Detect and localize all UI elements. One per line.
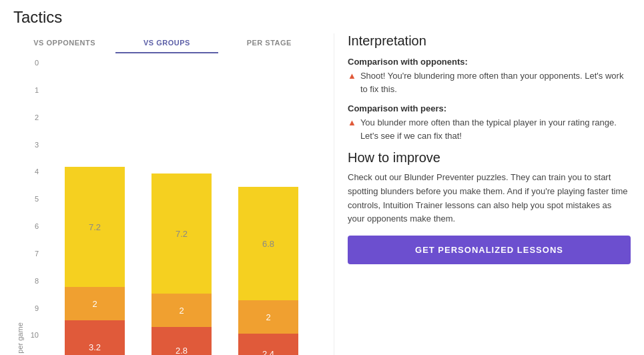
bar-group-you: 3.2 2 7.2 You (1573) bbox=[65, 167, 125, 355]
bar-group-1400: 2.8 2 7.2 1400 - 1600 bbox=[151, 173, 212, 355]
tab-vs-groups[interactable]: VS GROUPS bbox=[115, 33, 218, 53]
warning-icon-peers: ▲ bbox=[348, 116, 356, 142]
segment-blunder-1400: 2.8 bbox=[151, 327, 212, 355]
tab-per-stage[interactable]: PER STAGE bbox=[218, 33, 320, 53]
interp-text-opponents: Shoot! You're blundering more often than… bbox=[360, 69, 631, 95]
interpretation-section-opponents: Comparison with opponents: ▲ Shoot! You'… bbox=[348, 57, 631, 95]
y-axis: 12 11 10 9 8 7 6 5 4 3 2 1 0 bbox=[24, 59, 43, 355]
main-content: VS OPPONENTS VS GROUPS PER STAGE Average… bbox=[13, 33, 631, 355]
y-axis-label: Average mistakes per game bbox=[13, 59, 24, 355]
chart-inner: 3.2 2 7.2 You (1573) 2.8 2 7.2 bbox=[43, 59, 320, 355]
segment-inaccuracy-1400: 7.2 bbox=[151, 173, 212, 294]
segment-blunder-1600: 2.4 bbox=[238, 334, 298, 355]
bar-1400: 2.8 2 7.2 bbox=[151, 173, 212, 355]
get-personalized-lessons-button[interactable]: GET PERSONALIZED LESSONS bbox=[348, 236, 631, 264]
improve-title: How to improve bbox=[348, 150, 631, 165]
interpretation-title: Interpretation bbox=[348, 33, 631, 49]
interpretation-section-peers: Comparison with peers: ▲ You blunder mor… bbox=[348, 103, 631, 142]
chart-area: VS OPPONENTS VS GROUPS PER STAGE Average… bbox=[13, 33, 320, 355]
segment-mistake-1600: 2 bbox=[238, 300, 298, 334]
segment-blunder-you: 3.2 bbox=[65, 320, 125, 355]
segment-inaccuracy-you: 7.2 bbox=[65, 167, 125, 287]
warning-icon-opponents: ▲ bbox=[348, 69, 356, 95]
bar-you: 3.2 2 7.2 bbox=[65, 167, 125, 355]
segment-inaccuracy-1600: 6.8 bbox=[238, 187, 298, 300]
bars-container: 3.2 2 7.2 You (1573) 2.8 2 7.2 bbox=[43, 59, 320, 355]
page-title: Tactics bbox=[13, 8, 631, 27]
interp-section-title-opponents: Comparison with opponents: bbox=[348, 57, 631, 67]
segment-mistake-1400: 2 bbox=[151, 294, 212, 327]
bar-1600: 2.4 2 6.8 bbox=[238, 187, 298, 355]
interp-line-opponents: ▲ Shoot! You're blundering more often th… bbox=[348, 69, 631, 95]
bar-group-1600: 2.4 2 6.8 1600 - 1800 bbox=[238, 187, 298, 355]
tab-vs-opponents[interactable]: VS OPPONENTS bbox=[13, 33, 115, 53]
segment-mistake-you: 2 bbox=[65, 287, 125, 320]
interp-line-peers: ▲ You blunder more often than the typica… bbox=[348, 116, 631, 142]
improve-text: Check out our Blunder Preventer puzzles.… bbox=[348, 171, 631, 226]
interp-section-title-peers: Comparison with peers: bbox=[348, 103, 631, 113]
chart-wrapper: Average mistakes per game 12 11 10 9 8 7… bbox=[13, 59, 320, 355]
interpretation-area: Interpretation Comparison with opponents… bbox=[334, 33, 631, 355]
page-container: Tactics VS OPPONENTS VS GROUPS PER STAGE… bbox=[0, 0, 644, 355]
interp-text-peers: You blunder more often than the typical … bbox=[360, 116, 631, 142]
tabs: VS OPPONENTS VS GROUPS PER STAGE bbox=[13, 33, 320, 53]
